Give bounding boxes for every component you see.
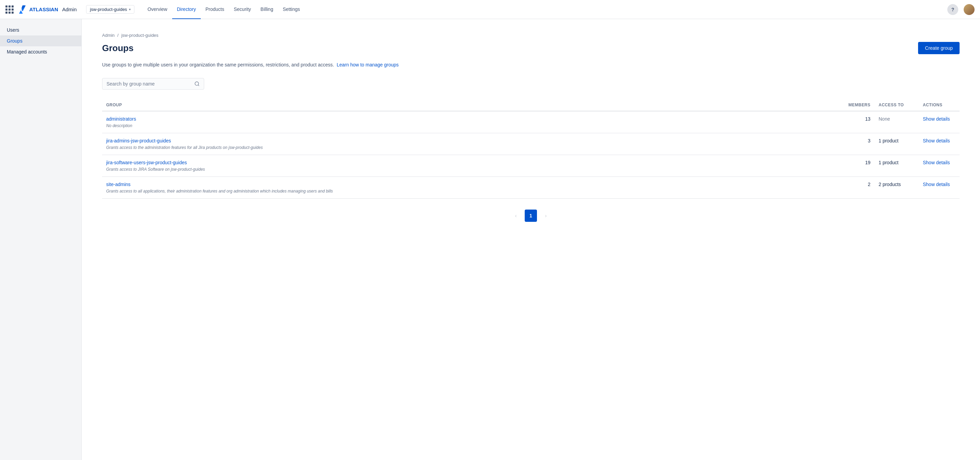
group-cell: jira-software-users-jsw-product-guides G… xyxy=(102,155,840,177)
atlassian-logo[interactable]: ATLASSIAN xyxy=(18,5,58,14)
sidebar-item-groups-label: Groups xyxy=(7,38,22,44)
group-name-link[interactable]: site-admins xyxy=(106,182,837,187)
page-1-button[interactable]: 1 xyxy=(525,209,537,222)
svg-line-1 xyxy=(198,85,199,86)
actions-cell: Show details xyxy=(919,111,959,133)
sidebar-item-managed-accounts[interactable]: Managed accounts xyxy=(0,46,81,57)
col-header-access: Access to xyxy=(875,99,919,111)
app-switcher-icon[interactable] xyxy=(5,5,14,14)
members-cell: 19 xyxy=(840,155,875,177)
nav-tabs: Overview Directory Products Security Bil… xyxy=(143,0,305,19)
group-cell: administrators No description xyxy=(102,111,840,133)
show-details-link[interactable]: Show details xyxy=(923,116,950,121)
svg-point-0 xyxy=(195,82,199,86)
nav-right: ? xyxy=(947,4,975,15)
col-header-group: Group xyxy=(102,99,840,111)
members-cell: 2 xyxy=(840,177,875,199)
show-details-link[interactable]: Show details xyxy=(923,138,950,144)
actions-cell: Show details xyxy=(919,133,959,155)
org-name: jsw-product-guides xyxy=(90,7,127,12)
top-navigation: ATLASSIAN Admin jsw-product-guides ▾ Ove… xyxy=(0,0,980,19)
page-description: Use groups to give multiple users in you… xyxy=(102,61,959,69)
access-cell: None xyxy=(875,111,919,133)
table-body: administrators No description 13 None Sh… xyxy=(102,111,959,199)
tab-products[interactable]: Products xyxy=(201,0,229,19)
show-details-link[interactable]: Show details xyxy=(923,160,950,165)
breadcrumb-admin[interactable]: Admin xyxy=(102,33,115,38)
sidebar-item-groups[interactable]: Groups xyxy=(0,35,81,46)
tab-security[interactable]: Security xyxy=(229,0,256,19)
access-value: 1 product xyxy=(878,138,898,144)
pagination: ‹ 1 › xyxy=(102,209,959,222)
group-description: Grants access to all applications, their… xyxy=(106,189,333,193)
breadcrumb: Admin / jsw-product-guides xyxy=(102,33,959,38)
table-row: site-admins Grants access to all applica… xyxy=(102,177,959,199)
actions-cell: Show details xyxy=(919,155,959,177)
table-header: Group Members Access to Actions xyxy=(102,99,959,111)
show-details-link[interactable]: Show details xyxy=(923,182,950,187)
page-header: Groups Create group xyxy=(102,42,959,54)
avatar[interactable] xyxy=(964,4,975,15)
table-row: jira-software-users-jsw-product-guides G… xyxy=(102,155,959,177)
access-cell: 1 product xyxy=(875,133,919,155)
group-name-link[interactable]: jira-admins-jsw-product-guides xyxy=(106,138,837,144)
access-value: 2 products xyxy=(878,182,901,187)
groups-table: Group Members Access to Actions administ… xyxy=(102,99,959,199)
nav-left: ATLASSIAN Admin jsw-product-guides ▾ xyxy=(5,5,134,14)
group-name-link[interactable]: administrators xyxy=(106,116,837,121)
search-icon xyxy=(194,81,200,86)
next-page-button[interactable]: › xyxy=(540,209,552,222)
page-layout: Users Groups Managed accounts Admin / js… xyxy=(0,19,980,460)
sidebar: Users Groups Managed accounts xyxy=(0,19,82,460)
create-group-button[interactable]: Create group xyxy=(918,42,959,54)
group-description: Grants access to JIRA Software on jsw-pr… xyxy=(106,167,205,172)
search-input[interactable] xyxy=(107,81,192,86)
access-value: 1 product xyxy=(878,160,898,165)
group-cell: site-admins Grants access to all applica… xyxy=(102,177,840,199)
actions-cell: Show details xyxy=(919,177,959,199)
tab-settings[interactable]: Settings xyxy=(278,0,305,19)
group-name-link[interactable]: jira-software-users-jsw-product-guides xyxy=(106,160,837,165)
col-header-members: Members xyxy=(840,99,875,111)
group-description: No description xyxy=(106,123,132,128)
help-button[interactable]: ? xyxy=(947,4,958,15)
group-description: Grants access to the administration feat… xyxy=(106,145,263,150)
members-cell: 13 xyxy=(840,111,875,133)
group-cell: jira-admins-jsw-product-guides Grants ac… xyxy=(102,133,840,155)
sidebar-item-users-label: Users xyxy=(7,27,19,33)
search-box xyxy=(102,78,204,89)
access-cell: 1 product xyxy=(875,155,919,177)
atlassian-wordmark: ATLASSIAN xyxy=(29,6,58,12)
main-content: Admin / jsw-product-guides Groups Create… xyxy=(82,19,980,460)
admin-label: Admin xyxy=(62,6,77,12)
access-value: None xyxy=(878,116,890,121)
access-cell: 2 products xyxy=(875,177,919,199)
members-cell: 3 xyxy=(840,133,875,155)
sidebar-item-users[interactable]: Users xyxy=(0,24,81,35)
sidebar-item-managed-accounts-label: Managed accounts xyxy=(7,49,47,54)
learn-more-link[interactable]: Learn how to manage groups xyxy=(337,62,398,67)
breadcrumb-org: jsw-product-guides xyxy=(121,33,158,38)
org-selector[interactable]: jsw-product-guides ▾ xyxy=(86,5,134,14)
tab-overview[interactable]: Overview xyxy=(143,0,172,19)
chevron-down-icon: ▾ xyxy=(129,8,130,11)
breadcrumb-separator: / xyxy=(118,33,119,38)
tab-billing[interactable]: Billing xyxy=(256,0,278,19)
prev-page-button[interactable]: ‹ xyxy=(510,209,522,222)
table-row: administrators No description 13 None Sh… xyxy=(102,111,959,133)
tab-directory[interactable]: Directory xyxy=(172,0,201,19)
page-title: Groups xyxy=(102,43,134,53)
col-header-actions: Actions xyxy=(919,99,959,111)
table-row: jira-admins-jsw-product-guides Grants ac… xyxy=(102,133,959,155)
